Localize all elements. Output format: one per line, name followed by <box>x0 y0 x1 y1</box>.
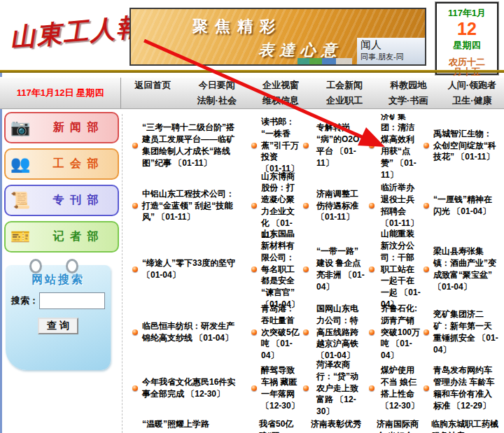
dept-label: 工 会 部 <box>35 157 118 171</box>
news-item[interactable]: 我省50亿建“双一 <box>250 416 302 433</box>
bullet-icon <box>424 143 429 148</box>
bullet-icon <box>369 385 374 391</box>
news-item[interactable]: 济南国际商会:当好会员企 <box>368 416 422 433</box>
news-item[interactable]: 禹城智汇生物：众创空间绽放“科技花” 〔01-11〕 <box>422 114 501 177</box>
news-item[interactable]: 山东博商股份：打造凝心聚力企业文化 〔01-11〕 <box>250 177 302 234</box>
bullet-icon <box>424 329 429 335</box>
news-item[interactable]: 青岛发布网约车管理办法 车龄车籍和车价有准入标准 〔12-29〕 <box>422 360 501 416</box>
nav-link-law-society[interactable]: 法制·社会 <box>197 94 237 107</box>
news-item[interactable]: “一厘钱”精神在闪光 〔01-04〕 <box>422 177 501 234</box>
banner-thumbnail-strip <box>298 58 352 64</box>
news-item[interactable]: 临朐东城职工药械服务站启 <box>422 416 501 433</box>
news-item[interactable]: 今年我省文化惠民16件实事全部完成 〔12-30〕 <box>122 360 250 416</box>
bullet-icon <box>132 143 138 148</box>
bullet-icon <box>424 267 429 272</box>
bullet-icon <box>369 143 374 148</box>
banner-ad[interactable]: 聚焦精彩 表達心意 闻人 同事.朋友-同 <box>130 8 426 66</box>
news-item[interactable]: 醉驾导致车祸 藏匿一年落网 〔12-30〕 <box>250 360 302 416</box>
bullet-icon <box>369 203 374 208</box>
bullet-icon <box>251 203 257 208</box>
calendar-day: 12 <box>457 20 477 39</box>
bullet-icon <box>303 329 309 335</box>
sidebar-item-special-issue-dept[interactable]: 📜 专 刊 部 <box>4 185 119 216</box>
bullet-icon <box>132 329 138 335</box>
nav-link-literature-art[interactable]: 文学·书画 <box>388 94 428 107</box>
nav-link-people-leaders[interactable]: 人间·领跑者 <box>448 79 496 92</box>
news-item[interactable]: 菏泽农商行：“贷”动农户走上致富路 〔12-30〕 <box>302 360 368 416</box>
people-icon: 👥 <box>6 156 35 172</box>
bullet-icon <box>251 143 257 148</box>
news-item[interactable]: 济矿集团：清洁煤高效利用获“点赞” 〔01-11〕 <box>368 114 422 177</box>
camera-icon: 📷 <box>6 120 35 136</box>
site-logo[interactable]: 山東工人報 <box>8 10 144 55</box>
news-item[interactable]: 齐鲁石化:沥青产销突破100万吨 〔01-04〕 <box>368 304 422 360</box>
news-item[interactable]: 梁山县寿张集镇：酒曲产业”变成致富“聚宝盆” 〔01-04〕 <box>422 234 501 304</box>
ring-icon <box>66 259 78 274</box>
nav-link-today-news[interactable]: 今日要闻 <box>199 79 235 92</box>
bullet-icon <box>303 267 309 272</box>
search-input[interactable] <box>39 292 105 309</box>
news-item[interactable]: 济南表彰优秀 <box>302 416 368 433</box>
news-item[interactable]: 国网山东电力公司：特高压线路跨越京沪高铁 〔01-04〕 <box>302 304 368 360</box>
news-item[interactable]: 临沂举办退役士兵招聘会 〔01-11〕 <box>368 177 422 234</box>
dept-label: 记 者 部 <box>35 229 118 244</box>
header: 山東工人報 聚焦精彩 表達心意 闻人 同事.朋友-同 117年1月 12 星期四… <box>0 0 504 70</box>
bullet-icon <box>132 203 138 208</box>
ring-icon <box>29 259 42 274</box>
bullet-icon <box>132 267 138 272</box>
news-item[interactable]: “温暖”照耀上学路 <box>122 416 250 433</box>
main-navbar: 117年1月12日 星期四 返回首页 今日要闻 企业视窗 工会新闻 科教园地 人… <box>0 77 504 109</box>
sidebar-item-news-dept[interactable]: 📷 新 闻 部 <box>4 112 119 143</box>
nav-link-enterprise-window[interactable]: 企业视窗 <box>262 79 299 92</box>
news-item[interactable]: 专解转岗“病”的O2O平台 〔01-11〕 <box>302 114 368 177</box>
nav-link-union-news[interactable]: 工会新闻 <box>326 79 363 92</box>
bullet-icon <box>424 385 429 391</box>
news-item[interactable]: 青岛港：吞吐量首次突破5亿吨 〔01-04〕 <box>250 304 302 360</box>
news-item[interactable]: 煤炉使用不当 娘仨搭上性命 〔12-30〕 <box>368 360 422 416</box>
bullet-icon <box>303 385 309 391</box>
dept-label: 新 闻 部 <box>35 120 118 135</box>
sidebar-item-union-dept[interactable]: 👥 工 会 部 <box>4 148 119 180</box>
scroll-icon: 📜 <box>6 192 35 208</box>
news-item[interactable]: “缔途人”零下33度的坚守 〔01-04〕 <box>122 234 250 304</box>
header-divider <box>0 70 504 73</box>
bullet-icon <box>303 143 309 148</box>
news-item[interactable]: 读书郎：“一株香蕉”引千万投资 〔01-11〕 <box>250 114 302 177</box>
bullet-icon <box>369 267 374 272</box>
nav-link-health[interactable]: 卫生·健康 <box>452 94 491 107</box>
nav-link-rights-info[interactable]: 维权信息 <box>262 94 299 107</box>
nav-link-enterprise-workers[interactable]: 企业职工 <box>326 94 363 107</box>
calendar-lunar-date: 农历十二 月十五 <box>449 57 485 78</box>
calendar-weekday: 星期四 <box>454 39 481 52</box>
banner-popup: 闻人 同事.朋友-同 <box>357 38 425 64</box>
site-search-panel: 网站搜索 搜索： 查 询 <box>6 265 111 370</box>
navbar-date: 117年1月12日 星期四 <box>0 78 121 108</box>
news-item[interactable]: 济南调整工伤待遇标准 〔01-11〕 <box>302 177 368 234</box>
search-label: 搜索： <box>11 294 38 307</box>
search-panel-title: 网站搜索 <box>6 265 111 288</box>
navbar-links: 返回首页 今日要闻 企业视窗 工会新闻 科教园地 人间·领跑者 法制·社会 维权… <box>121 78 504 108</box>
news-item[interactable]: 中铝山东工程技术公司：打造“金蓝领” 刮起“技能风” 〔01-11〕 <box>122 177 250 234</box>
news-item[interactable]: 山东国晶新材料有限公司：每名职工都是安全“谏言官” 〔01-04〕 <box>250 234 302 304</box>
bullet-icon <box>424 203 429 208</box>
nav-link-science-education[interactable]: 科教园地 <box>390 79 426 92</box>
news-item[interactable]: “一带一路”建设 鲁企点亮非洲 〔01-04〕 <box>302 234 368 304</box>
cards-icon: 🎫 <box>6 229 35 245</box>
news-item[interactable]: “三考一聘十二级台阶”搭建员工发展平台——临矿集团绘制人才成长“路线图”纪事 〔… <box>122 114 250 177</box>
bullet-icon <box>132 385 138 391</box>
banner-slogan-line1: 聚焦精彩 <box>192 16 282 37</box>
dept-label: 专 刊 部 <box>35 193 118 208</box>
bullet-icon <box>369 329 374 335</box>
sidebar: 📷 新 闻 部 👥 工 会 部 📜 专 刊 部 🎫 记 者 部 网站搜索 搜索：… <box>4 112 119 370</box>
news-item[interactable]: 兖矿集团济二矿：新年第一天 重锤抓安全 〔01-04〕 <box>422 304 501 360</box>
search-row: 搜索： <box>11 292 111 309</box>
news-item[interactable]: 临邑恒丰纺织：研发生产锦纶高支纱线 〔01-04〕 <box>122 304 250 360</box>
news-list-area: “三考一聘十二级台阶”搭建员工发展平台——临矿集团绘制人才成长“路线图”纪事 〔… <box>122 114 504 433</box>
nav-link-home[interactable]: 返回首页 <box>135 79 172 92</box>
news-item[interactable]: 山能重装新汶分公司：干部职工站在一起干在一起 〔01-04〕 <box>368 234 422 304</box>
search-submit-button[interactable]: 查 询 <box>38 318 78 334</box>
sidebar-item-reporter-dept[interactable]: 🎫 记 者 部 <box>4 221 119 253</box>
calendar-year-month: 117年1月 <box>448 7 486 20</box>
news-grid: “三考一聘十二级台阶”搭建员工发展平台——临矿集团绘制人才成长“路线图”纪事 〔… <box>122 114 504 433</box>
calendar-widget: 117年1月 12 星期四 农历十二 月十五 <box>435 2 498 75</box>
